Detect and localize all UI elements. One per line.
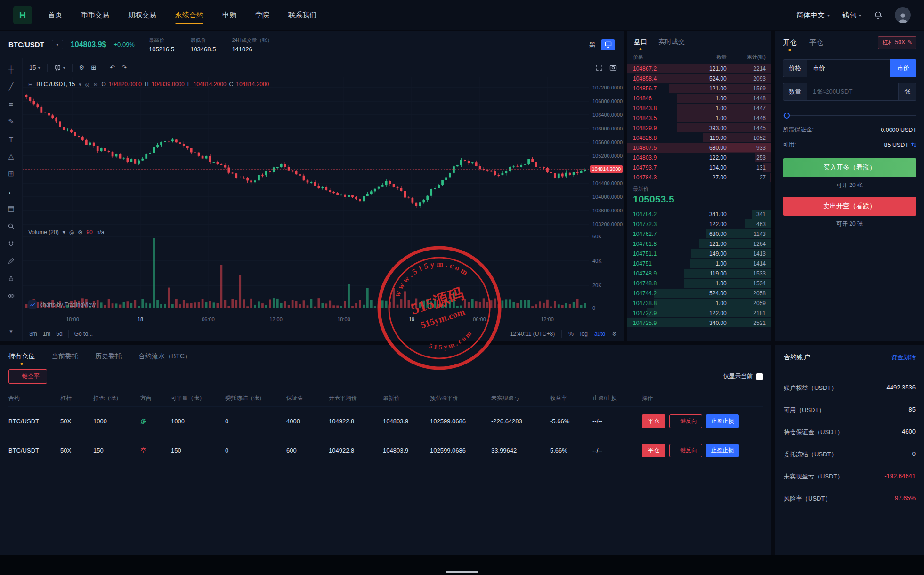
orderbook-row[interactable]: 104858.4524.002093: [627, 73, 771, 83]
language-selector[interactable]: 简体中文 ▾: [796, 11, 830, 20]
tab-open-orders[interactable]: 当前委托: [52, 352, 78, 361]
range-button[interactable]: 5d: [56, 331, 62, 337]
chevron-down-icon[interactable]: ▾: [79, 81, 81, 88]
eye-icon[interactable]: [5, 290, 18, 302]
auto-scale-button[interactable]: auto: [594, 331, 605, 337]
orderbook-row[interactable]: 1048461.001448: [627, 93, 771, 103]
buy-long-button[interactable]: 买入开多（看涨）: [783, 158, 916, 177]
close-icon[interactable]: ⊗: [78, 229, 82, 235]
magnet-icon[interactable]: [5, 237, 18, 250]
range-button[interactable]: 3m: [29, 331, 37, 337]
nav-item[interactable]: 申购: [222, 0, 236, 30]
reverse-position-button[interactable]: 一键反向: [669, 414, 702, 428]
tab-close-position[interactable]: 平仓: [809, 38, 823, 47]
measure-icon[interactable]: ▤: [5, 202, 18, 215]
log-scale-button[interactable]: log: [580, 331, 588, 337]
tp-sl-button[interactable]: 止盈止损: [706, 414, 739, 428]
nav-item[interactable]: 永续合约: [175, 0, 203, 30]
crosshair-icon[interactable]: ┼: [5, 63, 18, 75]
settings-gear-icon[interactable]: ⚙: [612, 331, 617, 337]
brush-icon[interactable]: ✎: [5, 115, 18, 128]
nav-item[interactable]: 币币交易: [81, 0, 109, 30]
only-current-checkbox[interactable]: [756, 373, 763, 380]
orderbook-row[interactable]: 104772.3122.00463: [627, 219, 771, 229]
sell-short-button[interactable]: 卖出开空（看跌）: [783, 197, 916, 216]
tab-order-history[interactable]: 历史委托: [95, 352, 122, 361]
close-icon[interactable]: ⊗: [93, 81, 97, 88]
nav-item[interactable]: 首页: [48, 0, 62, 30]
fib-retracement-icon[interactable]: ≡: [5, 98, 18, 110]
zoom-icon[interactable]: [5, 220, 18, 232]
chart-style-selector[interactable]: ▾: [54, 64, 65, 71]
wallet-menu[interactable]: 钱包 ▾: [842, 11, 861, 20]
percent-scale-button[interactable]: %: [568, 331, 574, 337]
pattern-tool-icon[interactable]: △: [5, 150, 18, 162]
close-position-button[interactable]: 平仓: [642, 444, 665, 457]
orderbook-row[interactable]: 104762.7680.001143: [627, 229, 771, 239]
orderbook-row[interactable]: 104784.327.0027: [627, 172, 771, 182]
notifications-bell-icon[interactable]: [874, 11, 883, 20]
theme-toggle[interactable]: 黑: [589, 40, 595, 49]
orderbook-row[interactable]: 104843.51.001446: [627, 113, 771, 123]
indicator-settings-icon[interactable]: ⚙: [79, 64, 85, 71]
orderbook-row[interactable]: 104744.2524.002058: [627, 288, 771, 298]
orderbook-row[interactable]: 104761.8121.001264: [627, 239, 771, 249]
tab-contract-flow[interactable]: 合约流水（BTC）: [138, 352, 191, 361]
redo-icon[interactable]: ↷: [122, 64, 127, 71]
lock-icon[interactable]: [5, 272, 18, 284]
pair-dropdown[interactable]: ▾: [52, 40, 63, 49]
orderbook-row[interactable]: 104803.9122.00253: [627, 153, 771, 162]
orderbook-row[interactable]: 104793.7104.00131: [627, 162, 771, 172]
nav-item[interactable]: 联系我们: [288, 0, 316, 30]
orderbook-row[interactable]: 104807.5680.00933: [627, 143, 771, 153]
market-price-button[interactable]: 市价: [890, 59, 916, 77]
user-avatar[interactable]: [895, 7, 911, 23]
orderbook-row[interactable]: 104751.1149.001413: [627, 249, 771, 259]
edit-icon[interactable]: [5, 255, 18, 267]
orderbook-row[interactable]: 104826.8119.001052: [627, 133, 771, 143]
goto-button[interactable]: Go to...: [74, 331, 93, 337]
close-all-button[interactable]: 一键全平: [8, 369, 47, 384]
tab-trades[interactable]: 实时成交: [658, 38, 685, 46]
toolbar-collapse-chevron-icon[interactable]: ▾: [5, 325, 18, 337]
tp-sl-button[interactable]: 止盈止损: [706, 444, 739, 457]
orderbook-row[interactable]: 104748.81.001534: [627, 278, 771, 288]
close-position-button[interactable]: 平仓: [642, 414, 665, 428]
nav-item[interactable]: 期权交易: [128, 0, 156, 30]
quantity-slider[interactable]: [783, 112, 916, 119]
orderbook-row[interactable]: 104829.9393.001445: [627, 123, 771, 133]
orderbook-row[interactable]: 104725.9340.002521: [627, 318, 771, 328]
back-arrow-icon[interactable]: ←: [5, 185, 18, 197]
orderbook-row[interactable]: 104727.9122.002181: [627, 308, 771, 318]
brand-logo[interactable]: H: [13, 6, 32, 24]
price-chart-canvas[interactable]: ⊟ BTC /USDT, 15 ▾ ◎ ⊗ O104820.0000H10483…: [23, 77, 624, 313]
volume-label[interactable]: Volume (20): [28, 229, 59, 235]
reverse-position-button[interactable]: 一键反向: [669, 444, 702, 457]
fullscreen-icon[interactable]: [596, 64, 603, 71]
text-tool-icon[interactable]: T: [5, 133, 18, 145]
orderbook-row[interactable]: 104843.81.001447: [627, 103, 771, 113]
slider-thumb[interactable]: [784, 113, 790, 119]
undo-icon[interactable]: ↶: [110, 64, 115, 71]
time-axis[interactable]: 18:001806:0012:0018:001906:0012:00: [23, 313, 624, 326]
orderbook-row[interactable]: 104867.2121.002214: [627, 64, 771, 73]
snapshot-camera-icon[interactable]: [609, 64, 617, 71]
quantity-input[interactable]: 1张≈200USDT: [807, 83, 899, 101]
tab-orderbook[interactable]: 盘口: [634, 38, 647, 46]
fund-transfer-link[interactable]: 资金划转: [891, 353, 916, 362]
interval-selector[interactable]: 15▾: [29, 64, 41, 71]
price-input[interactable]: 市价: [807, 59, 890, 77]
legend-pair[interactable]: BTC /USDT, 15: [36, 81, 75, 88]
position-tool-icon[interactable]: ⊞: [5, 168, 18, 180]
leverage-selector[interactable]: 杠杆 50X ✎: [878, 36, 916, 49]
chevron-down-icon[interactable]: ▾: [63, 229, 65, 235]
nav-item[interactable]: 学院: [255, 0, 269, 30]
display-mode-button[interactable]: [601, 39, 615, 50]
tab-open-position[interactable]: 开仓: [783, 38, 797, 47]
layout-grid-icon[interactable]: ⊞: [91, 64, 96, 71]
price-axis[interactable]: 104814.2000 107200.0000106800.0000106400…: [589, 77, 624, 313]
tradingview-credit[interactable]: charts by TradingView: [28, 300, 96, 309]
tab-holding-positions[interactable]: 持有仓位: [8, 352, 35, 361]
range-button[interactable]: 1m: [43, 331, 51, 337]
eye-icon[interactable]: ◎: [85, 81, 90, 88]
